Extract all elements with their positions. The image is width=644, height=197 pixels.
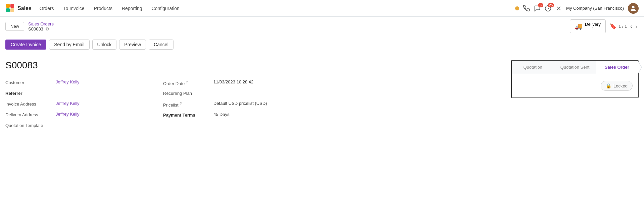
payment-terms-value: 45 Days: [213, 112, 230, 117]
status-steps: Quotation Quotation Sent Sales Order: [512, 61, 638, 74]
nav-configuration[interactable]: Configuration: [148, 4, 184, 13]
step-sales-order-label: Sales Order: [605, 65, 629, 70]
activity-badge: 25: [548, 3, 554, 7]
phone-icon[interactable]: [523, 5, 530, 12]
send-by-email-button[interactable]: Send by Email: [49, 40, 89, 50]
field-invoice-address: Invoice Address Jeffrey Kelly: [5, 99, 150, 110]
form-section: S00083 Customer Jeffrey Kelly Referrer I…: [5, 60, 504, 131]
pagination-nav: ‹ ›: [629, 23, 639, 30]
recurring-plan-label: Recurring Plan: [163, 90, 213, 96]
field-customer: Customer Jeffrey Kelly: [5, 77, 150, 88]
nav-to-invoice[interactable]: To Invoice: [59, 4, 89, 13]
company-name[interactable]: My Company (San Francisco): [566, 6, 624, 11]
sub-header: New Sales Orders S00083 ⚙ 🚚 Delivery 1 🔖…: [0, 17, 644, 36]
pricelist-value: Default USD pricelist (USD): [213, 101, 267, 106]
lock-icon: 🔒: [606, 83, 611, 88]
field-delivery-address: Delivery Address Jeffrey Kelly: [5, 110, 150, 120]
field-order-date: Order Date ? 11/03/2023 10:28:42: [163, 77, 307, 88]
status-dot-icon[interactable]: [515, 6, 519, 10]
delivery-count: 1: [585, 27, 601, 31]
preview-button[interactable]: Preview: [119, 40, 146, 50]
status-body: 🔒 Locked: [512, 74, 638, 97]
svg-rect-3: [10, 8, 14, 12]
bookmark-icon[interactable]: 🔖: [610, 23, 616, 29]
customer-label: Customer: [5, 79, 56, 85]
settings-icon[interactable]: [555, 5, 562, 12]
step-quotation[interactable]: Quotation: [512, 61, 554, 74]
field-payment-terms: Payment Terms 45 Days: [163, 110, 307, 121]
svg-rect-2: [6, 8, 10, 12]
payment-terms-label: Payment Terms: [163, 112, 213, 118]
cancel-button[interactable]: Cancel: [149, 40, 174, 50]
locked-label: Locked: [613, 83, 628, 88]
nav-reporting[interactable]: Reporting: [118, 4, 146, 13]
delivery-address-value[interactable]: Jeffrey Kelly: [56, 112, 80, 117]
chat-badge: 6: [538, 3, 543, 7]
field-quotation-template: Quotation Template: [5, 120, 150, 131]
pagination-text: 1 / 1: [618, 24, 627, 29]
settings-gear-icon[interactable]: ⚙: [45, 26, 49, 31]
app-logo[interactable]: Sales: [5, 3, 32, 13]
field-pricelist: Pricelist ? Default USD pricelist (USD): [163, 99, 307, 110]
fields-right: Order Date ? 11/03/2023 10:28:42 Recurri…: [163, 77, 307, 131]
breadcrumb-area: Sales Orders S00083 ⚙: [28, 21, 54, 31]
pagination-area: 🔖 1 / 1 ‹ ›: [610, 23, 639, 30]
step-sales-order[interactable]: Sales Order: [596, 61, 638, 74]
order-date-label: Order Date ?: [163, 79, 213, 86]
unlock-button[interactable]: Unlock: [92, 40, 117, 50]
activity-icon[interactable]: 25: [545, 5, 551, 12]
referrer-label: Referrer: [5, 90, 56, 96]
logo-icon: [5, 3, 15, 13]
order-number: S00083: [5, 60, 504, 71]
create-invoice-button[interactable]: Create Invoice: [5, 40, 46, 50]
fields-left: Customer Jeffrey Kelly Referrer Invoice …: [5, 77, 150, 131]
action-row: Create Invoice Send by Email Unlock Prev…: [0, 36, 644, 53]
nav-products[interactable]: Products: [90, 4, 116, 13]
pagination-prev[interactable]: ‹: [629, 23, 633, 30]
status-panel: Quotation Quotation Sent Sales Order 🔒 L…: [511, 60, 639, 98]
current-record: S00083: [28, 26, 43, 31]
svg-rect-0: [6, 4, 10, 8]
delivery-address-label: Delivery Address: [5, 112, 56, 117]
pricelist-label: Pricelist ?: [163, 101, 213, 108]
customer-value[interactable]: Jeffrey Kelly: [56, 79, 80, 84]
field-recurring-plan: Recurring Plan: [163, 88, 307, 99]
field-referrer: Referrer: [5, 88, 150, 99]
pagination-next[interactable]: ›: [634, 23, 639, 30]
step-quotation-sent-label: Quotation Sent: [560, 65, 590, 70]
new-button[interactable]: New: [5, 22, 24, 31]
user-avatar[interactable]: [628, 3, 639, 14]
top-navigation: Sales Orders To Invoice Products Reporti…: [0, 0, 644, 17]
nav-icon-group: 6 25 My Company (San Francisco): [515, 3, 639, 14]
locked-badge[interactable]: 🔒 Locked: [601, 81, 633, 91]
form-grid: Customer Jeffrey Kelly Referrer Invoice …: [5, 77, 307, 131]
invoice-address-value[interactable]: Jeffrey Kelly: [56, 101, 80, 106]
delivery-button[interactable]: 🚚 Delivery 1: [570, 19, 606, 33]
order-date-value: 11/03/2023 10:28:42: [213, 79, 253, 84]
quotation-template-label: Quotation Template: [5, 122, 56, 128]
app-name: Sales: [17, 5, 32, 11]
delivery-info: Delivery 1: [585, 22, 601, 31]
step-quotation-label: Quotation: [523, 65, 542, 70]
delivery-label: Delivery: [585, 22, 601, 27]
step-quotation-sent[interactable]: Quotation Sent: [554, 61, 596, 74]
invoice-address-label: Invoice Address: [5, 101, 56, 107]
nav-orders[interactable]: Orders: [36, 4, 58, 13]
breadcrumb-current: S00083 ⚙: [28, 26, 54, 31]
main-content: S00083 Customer Jeffrey Kelly Referrer I…: [0, 53, 644, 138]
svg-rect-1: [10, 4, 14, 8]
svg-point-7: [632, 6, 634, 8]
breadcrumb-parent[interactable]: Sales Orders: [28, 21, 54, 26]
chat-icon[interactable]: 6: [534, 5, 541, 12]
truck-icon: 🚚: [575, 23, 582, 30]
